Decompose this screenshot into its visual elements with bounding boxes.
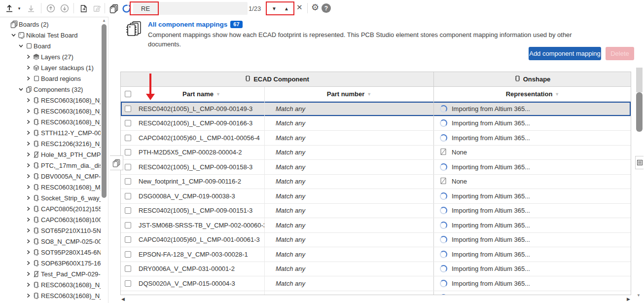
column-header-part-name[interactable]: Part name ▼ <box>139 87 264 101</box>
tree-item[interactable]: SOT65P210X110-5N_... <box>0 225 101 236</box>
boards-panel-tab[interactable] <box>110 155 123 170</box>
upload-icon[interactable] <box>4 3 15 13</box>
row-checkbox[interactable] <box>125 135 131 141</box>
chevron-right-icon[interactable] <box>25 152 32 157</box>
tree-item[interactable]: Boards (2) <box>0 19 101 30</box>
row-checkbox[interactable] <box>125 280 131 287</box>
scroll-down-arrow[interactable]: ▼ <box>637 293 641 298</box>
table-row[interactable]: RESC0402(1005)_L_CMP-009-00166-3 Match a… <box>121 116 631 131</box>
tree-item[interactable]: CAPC0805(2012)155_... <box>0 203 101 214</box>
dropdown-caret-icon[interactable]: ▾ <box>16 3 22 13</box>
table-row[interactable]: DSG0008A_V_CMP-019-00038-3 Match any Imp… <box>121 189 631 203</box>
row-checkbox[interactable] <box>125 251 131 258</box>
tree-item[interactable]: Layers (27) <box>0 51 101 62</box>
chevron-right-icon[interactable] <box>25 163 32 168</box>
chevron-right-icon[interactable] <box>25 109 32 114</box>
column-header-representation[interactable]: Representation ▼ <box>433 87 631 101</box>
tree-item[interactable]: Layer stackups (1) <box>0 62 101 73</box>
chevron-right-icon[interactable] <box>25 119 32 124</box>
vertical-scrollbar-thumb[interactable] <box>636 92 643 132</box>
scroll-right-arrow[interactable]: ▶ <box>627 297 630 302</box>
chevron-right-icon[interactable] <box>25 206 32 211</box>
tree-item[interactable]: SOP63P600X175-16N... <box>0 258 101 268</box>
table-row[interactable]: CAPC0402(1005)60_L_CMP-001-00056-4 Match… <box>121 130 631 145</box>
chevron-down-icon[interactable] <box>10 33 17 38</box>
chevron-down-icon[interactable] <box>17 87 24 92</box>
row-checkbox[interactable] <box>125 178 131 185</box>
row-checkbox[interactable] <box>125 236 131 243</box>
tree-item[interactable]: SOT95P280X145-6N_... <box>0 247 101 258</box>
row-checkbox[interactable] <box>125 106 131 112</box>
tree-item[interactable]: RESC0603(1608)_N_C... <box>0 95 101 106</box>
row-checkbox[interactable] <box>125 265 131 272</box>
promote-down-icon[interactable] <box>59 3 70 13</box>
table-row[interactable]: CAPC0402(1005)60_L_CMP-001-00061-3 Match… <box>121 232 631 247</box>
chevron-right-icon[interactable] <box>25 261 32 265</box>
sidebar-scrollbar-up-arrow[interactable]: ▲ <box>101 18 107 23</box>
chevron-right-icon[interactable] <box>25 54 32 59</box>
table-row[interactable]: EPSON-FA-128_V_CMP-003-00028-1 Match any… <box>121 247 631 262</box>
chevron-right-icon[interactable] <box>25 239 32 244</box>
row-checkbox[interactable] <box>125 207 131 214</box>
table-row[interactable]: RESC0402(1005)_L_CMP-009-00158-3 Match a… <box>121 159 631 174</box>
boards-icon[interactable] <box>108 3 120 13</box>
tree-item[interactable]: SO8_N_CMP-025-000... <box>0 236 101 247</box>
tree-item[interactable]: Hole_M3_PTH_CMP-0... <box>0 149 101 160</box>
table-row[interactable]: RESC0402(1005)_L_CMP-009-00149-3 Match a… <box>121 101 631 116</box>
table-row[interactable]: PTH-M2D5X5_CMP-00028-00004-2 Match any N… <box>121 145 631 160</box>
chevron-right-icon[interactable] <box>25 65 32 70</box>
tree-item[interactable]: Nikolai Test Board <box>0 30 101 40</box>
delete-button[interactable]: Delete <box>606 47 634 60</box>
add-component-mapping-button[interactable]: Add component mapping <box>529 47 601 60</box>
tree-item[interactable]: RESC0603(1608)_N_C... <box>0 279 101 290</box>
edit-icon[interactable] <box>92 3 103 13</box>
tree-item[interactable]: DBV0005A_N_CMP-01... <box>0 171 101 182</box>
tree-item[interactable]: CAPC0603(1608)100_... <box>0 214 101 225</box>
row-checkbox[interactable] <box>125 120 131 126</box>
vertical-scrollbar-track[interactable] <box>636 68 643 92</box>
table-row[interactable]: RESC0402(1005)_L_CMP-009-00151-3 Match a… <box>121 203 631 218</box>
tree-item[interactable]: RESC1206(3216)_N_C... <box>0 138 101 149</box>
row-checkbox[interactable] <box>125 295 131 295</box>
tree-item[interactable]: PTC,_17mm_dia._disc,... <box>0 160 101 171</box>
close-icon[interactable]: ✕ <box>296 3 303 12</box>
chevron-right-icon[interactable] <box>25 185 32 189</box>
tree-item[interactable]: RESC0603(1608)_N_C... <box>0 106 101 116</box>
scroll-left-arrow[interactable]: ◀ <box>121 297 125 302</box>
chevron-right-icon[interactable] <box>25 195 32 200</box>
tree-item[interactable]: RESC0603(1608)_N_C... <box>0 290 101 301</box>
chevron-right-icon[interactable] <box>25 271 32 276</box>
chevron-right-icon[interactable] <box>25 250 32 255</box>
chevron-down-icon[interactable] <box>17 43 24 48</box>
download-icon[interactable] <box>26 3 36 13</box>
copy-icon[interactable] <box>78 3 89 13</box>
chevron-right-icon[interactable] <box>25 98 32 103</box>
chevron-right-icon[interactable] <box>25 282 32 287</box>
chevron-right-icon[interactable] <box>25 217 32 222</box>
tree-item[interactable]: RESC0603(1608)_N_C... <box>0 116 101 127</box>
tree-item[interactable]: Test_Pad_CMP-029-0... <box>0 268 101 279</box>
sidebar-scrollbar-thumb[interactable] <box>102 24 107 198</box>
table-row[interactable]: JST-SM06B-SRSS-TB_V_CMP-002-00060-3 Matc… <box>121 218 631 232</box>
table-row[interactable] <box>121 291 631 296</box>
table-row[interactable]: DQS0020A_V_CMP-015-00004-3 Match any Imp… <box>121 276 631 291</box>
table-row[interactable]: New_footprint_1_CMP-009-00116-2 Match an… <box>121 174 631 189</box>
horizontal-scrollbar[interactable]: ◀ ▶ <box>120 296 631 303</box>
tree-item[interactable]: Board <box>0 40 101 51</box>
tree-item[interactable]: RESC0603(1608)_M_C... <box>0 182 101 192</box>
row-checkbox[interactable] <box>125 164 131 170</box>
chevron-right-icon[interactable] <box>25 130 32 135</box>
gear-icon[interactable]: ⚙ <box>311 2 319 13</box>
promote-up-icon[interactable] <box>45 3 56 13</box>
tree-item[interactable]: STTH112-Y_CMP-000... <box>0 127 101 138</box>
chevron-right-icon[interactable] <box>25 293 32 298</box>
row-checkbox[interactable] <box>125 193 131 199</box>
chevron-right-icon[interactable] <box>25 174 32 179</box>
select-all-checkbox[interactable] <box>125 91 131 97</box>
chevron-right-icon[interactable] <box>25 76 32 81</box>
list-panel-tab[interactable] <box>635 156 644 169</box>
chevron-right-icon[interactable] <box>25 228 32 233</box>
row-checkbox[interactable] <box>125 149 131 155</box>
table-row[interactable]: DRY0006A_V_CMP-031-00001-2 Match any Imp… <box>121 262 631 276</box>
tree-item[interactable]: Board regions <box>0 73 101 84</box>
